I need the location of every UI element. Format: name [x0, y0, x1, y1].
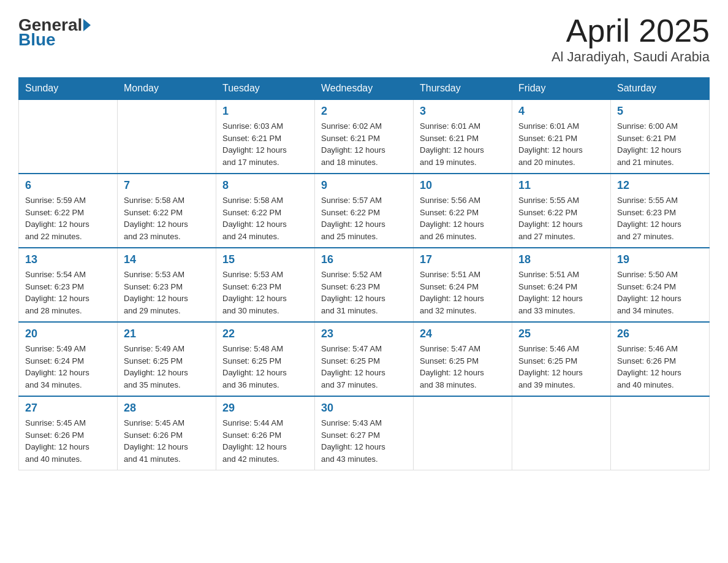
calendar-day-header: Tuesday: [216, 78, 315, 100]
calendar-location: Al Jaradiyah, Saudi Arabia: [552, 49, 710, 65]
day-info: Sunrise: 5:46 AM Sunset: 6:25 PM Dayligh…: [518, 343, 604, 391]
day-info: Sunrise: 5:51 AM Sunset: 6:24 PM Dayligh…: [420, 269, 506, 316]
day-info: Sunrise: 5:55 AM Sunset: 6:22 PM Dayligh…: [518, 194, 604, 242]
day-info: Sunrise: 5:59 AM Sunset: 6:22 PM Dayligh…: [25, 194, 111, 242]
calendar-day-cell: 4Sunrise: 6:01 AM Sunset: 6:21 PM Daylig…: [512, 99, 611, 174]
calendar-day-cell: 23Sunrise: 5:47 AM Sunset: 6:25 PM Dayli…: [315, 322, 414, 396]
day-info: Sunrise: 6:01 AM Sunset: 6:21 PM Dayligh…: [420, 120, 506, 168]
day-number: 6: [25, 179, 111, 192]
calendar-day-cell: 26Sunrise: 5:46 AM Sunset: 6:26 PM Dayli…: [611, 322, 710, 396]
calendar-day-cell: 9Sunrise: 5:57 AM Sunset: 6:22 PM Daylig…: [315, 174, 414, 248]
day-number: 16: [321, 253, 407, 266]
page-header: General Blue April 2025 Al Jaradiyah, Sa…: [18, 12, 710, 65]
calendar-day-cell: 1Sunrise: 6:03 AM Sunset: 6:21 PM Daylig…: [216, 99, 315, 174]
calendar-week-row: 20Sunrise: 5:49 AM Sunset: 6:24 PM Dayli…: [19, 322, 710, 396]
day-number: 5: [617, 105, 703, 118]
calendar-day-cell: 25Sunrise: 5:46 AM Sunset: 6:25 PM Dayli…: [512, 322, 611, 396]
calendar-day-cell: 28Sunrise: 5:45 AM Sunset: 6:26 PM Dayli…: [118, 396, 216, 470]
day-number: 7: [124, 179, 210, 192]
calendar-day-cell: 19Sunrise: 5:50 AM Sunset: 6:24 PM Dayli…: [611, 248, 710, 322]
calendar-day-cell: 21Sunrise: 5:49 AM Sunset: 6:25 PM Dayli…: [118, 322, 216, 396]
day-number: 30: [321, 402, 407, 415]
calendar-day-header: Saturday: [611, 78, 710, 100]
calendar-header-row: SundayMondayTuesdayWednesdayThursdayFrid…: [19, 78, 710, 100]
day-number: 21: [124, 327, 210, 340]
day-info: Sunrise: 5:50 AM Sunset: 6:24 PM Dayligh…: [617, 269, 703, 316]
calendar-day-cell: 17Sunrise: 5:51 AM Sunset: 6:24 PM Dayli…: [414, 248, 512, 322]
calendar-day-cell: 5Sunrise: 6:00 AM Sunset: 6:21 PM Daylig…: [611, 99, 710, 174]
calendar-day-cell: 8Sunrise: 5:58 AM Sunset: 6:22 PM Daylig…: [216, 174, 315, 248]
day-number: 24: [420, 327, 506, 340]
day-number: 22: [222, 327, 308, 340]
day-number: 19: [617, 253, 703, 266]
calendar-day-cell: 14Sunrise: 5:53 AM Sunset: 6:23 PM Dayli…: [118, 248, 216, 322]
calendar-week-row: 6Sunrise: 5:59 AM Sunset: 6:22 PM Daylig…: [19, 174, 710, 248]
calendar-day-cell: 18Sunrise: 5:51 AM Sunset: 6:24 PM Dayli…: [512, 248, 611, 322]
logo: General Blue: [18, 12, 92, 50]
calendar-day-cell: [611, 396, 710, 470]
day-number: 18: [518, 253, 604, 266]
day-number: 3: [420, 105, 506, 118]
calendar-day-cell: [512, 396, 611, 470]
calendar-week-row: 13Sunrise: 5:54 AM Sunset: 6:23 PM Dayli…: [19, 248, 710, 322]
logo-blue-text: Blue: [18, 30, 56, 50]
day-info: Sunrise: 5:52 AM Sunset: 6:23 PM Dayligh…: [321, 269, 407, 316]
calendar-day-cell: [414, 396, 512, 470]
day-number: 20: [25, 327, 111, 340]
calendar-title: April 2025: [552, 12, 710, 49]
day-number: 17: [420, 253, 506, 266]
day-number: 12: [617, 179, 703, 192]
day-number: 26: [617, 327, 703, 340]
calendar-day-header: Friday: [512, 78, 611, 100]
calendar-day-header: Thursday: [414, 78, 512, 100]
day-info: Sunrise: 5:53 AM Sunset: 6:23 PM Dayligh…: [124, 269, 210, 316]
day-info: Sunrise: 5:56 AM Sunset: 6:22 PM Dayligh…: [420, 194, 506, 242]
day-number: 10: [420, 179, 506, 192]
day-info: Sunrise: 5:54 AM Sunset: 6:23 PM Dayligh…: [25, 269, 111, 316]
day-number: 9: [321, 179, 407, 192]
day-info: Sunrise: 5:55 AM Sunset: 6:23 PM Dayligh…: [617, 194, 703, 242]
day-number: 4: [518, 105, 604, 118]
day-number: 27: [25, 402, 111, 415]
calendar-day-cell: 20Sunrise: 5:49 AM Sunset: 6:24 PM Dayli…: [19, 322, 118, 396]
day-info: Sunrise: 5:51 AM Sunset: 6:24 PM Dayligh…: [518, 269, 604, 316]
calendar-day-cell: 12Sunrise: 5:55 AM Sunset: 6:23 PM Dayli…: [611, 174, 710, 248]
calendar-day-cell: 30Sunrise: 5:43 AM Sunset: 6:27 PM Dayli…: [315, 396, 414, 470]
day-number: 2: [321, 105, 407, 118]
calendar-week-row: 1Sunrise: 6:03 AM Sunset: 6:21 PM Daylig…: [19, 99, 710, 174]
calendar-day-header: Monday: [118, 78, 216, 100]
day-info: Sunrise: 6:00 AM Sunset: 6:21 PM Dayligh…: [617, 120, 703, 168]
logo-arrow-icon: [83, 19, 91, 31]
calendar-day-cell: 15Sunrise: 5:53 AM Sunset: 6:23 PM Dayli…: [216, 248, 315, 322]
calendar-day-cell: 10Sunrise: 5:56 AM Sunset: 6:22 PM Dayli…: [414, 174, 512, 248]
day-number: 28: [124, 402, 210, 415]
day-number: 15: [222, 253, 308, 266]
day-number: 23: [321, 327, 407, 340]
day-info: Sunrise: 5:49 AM Sunset: 6:25 PM Dayligh…: [124, 343, 210, 391]
day-info: Sunrise: 5:47 AM Sunset: 6:25 PM Dayligh…: [420, 343, 506, 391]
calendar-week-row: 27Sunrise: 5:45 AM Sunset: 6:26 PM Dayli…: [19, 396, 710, 470]
calendar-day-cell: 24Sunrise: 5:47 AM Sunset: 6:25 PM Dayli…: [414, 322, 512, 396]
day-info: Sunrise: 5:43 AM Sunset: 6:27 PM Dayligh…: [321, 417, 407, 465]
day-info: Sunrise: 5:47 AM Sunset: 6:25 PM Dayligh…: [321, 343, 407, 391]
calendar-day-cell: 22Sunrise: 5:48 AM Sunset: 6:25 PM Dayli…: [216, 322, 315, 396]
day-number: 29: [222, 402, 308, 415]
calendar-day-cell: 11Sunrise: 5:55 AM Sunset: 6:22 PM Dayli…: [512, 174, 611, 248]
title-block: April 2025 Al Jaradiyah, Saudi Arabia: [552, 12, 710, 65]
day-info: Sunrise: 5:48 AM Sunset: 6:25 PM Dayligh…: [222, 343, 308, 391]
day-number: 11: [518, 179, 604, 192]
day-info: Sunrise: 6:03 AM Sunset: 6:21 PM Dayligh…: [222, 120, 308, 168]
calendar-day-header: Wednesday: [315, 78, 414, 100]
calendar-day-cell: [19, 99, 118, 174]
day-info: Sunrise: 6:01 AM Sunset: 6:21 PM Dayligh…: [518, 120, 604, 168]
day-info: Sunrise: 5:53 AM Sunset: 6:23 PM Dayligh…: [222, 269, 308, 316]
calendar-day-cell: 13Sunrise: 5:54 AM Sunset: 6:23 PM Dayli…: [19, 248, 118, 322]
calendar-day-cell: 6Sunrise: 5:59 AM Sunset: 6:22 PM Daylig…: [19, 174, 118, 248]
day-number: 8: [222, 179, 308, 192]
calendar-day-cell: 3Sunrise: 6:01 AM Sunset: 6:21 PM Daylig…: [414, 99, 512, 174]
day-info: Sunrise: 6:02 AM Sunset: 6:21 PM Dayligh…: [321, 120, 407, 168]
calendar-day-cell: 2Sunrise: 6:02 AM Sunset: 6:21 PM Daylig…: [315, 99, 414, 174]
day-info: Sunrise: 5:45 AM Sunset: 6:26 PM Dayligh…: [124, 417, 210, 465]
calendar-day-cell: 27Sunrise: 5:45 AM Sunset: 6:26 PM Dayli…: [19, 396, 118, 470]
day-info: Sunrise: 5:57 AM Sunset: 6:22 PM Dayligh…: [321, 194, 407, 242]
